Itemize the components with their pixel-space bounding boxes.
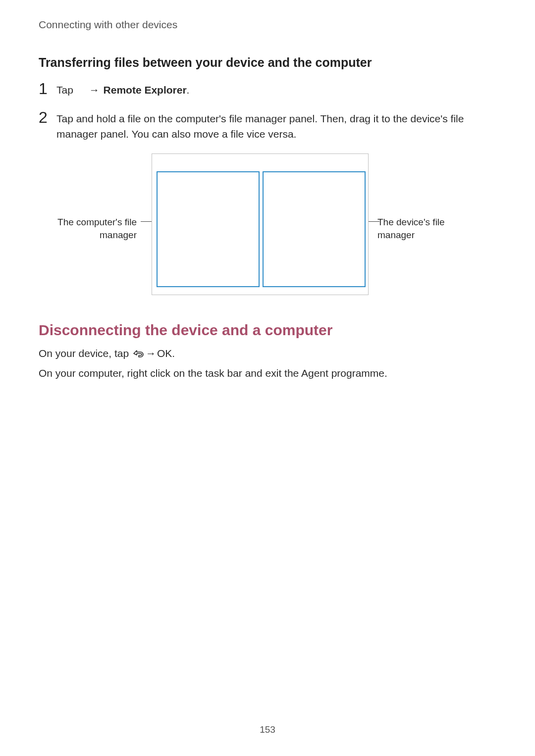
diagram-tick-left [141,221,152,222]
diagram-panel-computer [157,171,260,287]
step-2: 2 Tap and hold a file on the computer's … [39,109,496,142]
arrow-icon: → [145,346,157,361]
para2-post: on the task bar and exit the Agent progr… [173,367,387,379]
para2-pre: On your computer, right click [39,367,173,379]
page-number: 153 [0,724,535,735]
step-number: 2 [39,109,56,125]
diagram-label-left: The computer's file manager [48,216,137,241]
diagram-label-right: The device's file manager [377,216,462,241]
section-heading-disconnecting: Disconnecting the device and a computer [39,322,496,339]
step-body: Tap → Remote Explorer. [56,81,496,98]
page: Connecting with other devices Transferri… [0,0,535,756]
chapter-title: Connecting with other devices [39,19,496,31]
arrow-icon: → [88,84,101,96]
step-text-post: . [187,84,190,96]
step-text-bold: Remote Explorer [104,84,187,96]
section-subhead: Transferring files between your device a… [39,55,496,70]
paragraph-2: On your computer, right click on the tas… [39,365,496,381]
steps-list: 1 Tap → Remote Explorer. 2 Tap and hold … [39,81,496,142]
step-number: 1 [39,81,56,97]
para1-bold: OK [157,348,172,359]
step-1: 1 Tap → Remote Explorer. [39,81,496,98]
para1-post: . [172,348,175,359]
step-text-pre: Tap [56,84,73,96]
paragraph-1: On your device, tap → OK. [39,346,496,362]
diagram: The computer's file manager The device's… [39,153,496,302]
step-body: Tap and hold a file on the computer's fi… [56,109,496,142]
back-icon [132,347,145,362]
para1-pre: On your device, tap [39,348,132,359]
diagram-panel-device [263,171,366,287]
